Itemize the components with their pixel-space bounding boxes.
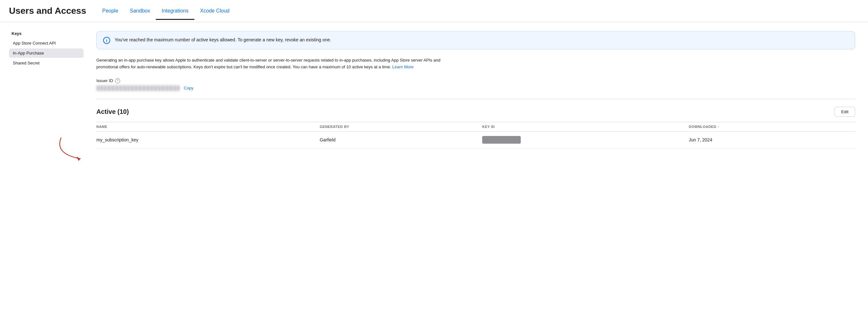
learn-more-link[interactable]: Learn More <box>392 65 413 69</box>
col-generated-by: GENERATED BY <box>320 122 482 131</box>
col-downloaded[interactable]: DOWNLOADED <box>689 122 855 131</box>
page-header: Users and Access People Sandbox Integrat… <box>0 0 868 22</box>
cell-generated-by: Garfield <box>320 131 482 148</box>
tab-integrations[interactable]: Integrations <box>156 8 194 20</box>
col-name: NAME <box>96 122 320 131</box>
edit-button[interactable]: Edit <box>835 107 855 117</box>
tab-sandbox[interactable]: Sandbox <box>124 8 156 20</box>
issuer-id-label: Issuer ID <box>96 78 113 83</box>
cell-name: my_subscription_key <box>96 131 320 148</box>
table-row: my_subscription_key Garfield Jun 7, 2024 <box>96 131 855 148</box>
description-text: Generating an in-app purchase key allows… <box>96 57 450 71</box>
info-banner-text: You've reached the maximum number of act… <box>115 37 331 43</box>
main-content: i You've reached the maximum number of a… <box>84 22 868 313</box>
header-tabs: People Sandbox Integrations Xcode Cloud <box>96 8 235 20</box>
issuer-id-value <box>96 85 180 91</box>
tab-xcode-cloud[interactable]: Xcode Cloud <box>194 8 236 20</box>
active-section-header: Active (10) Edit <box>96 107 855 117</box>
key-id-blurred <box>482 136 521 144</box>
keys-table: NAME GENERATED BY KEY ID DOWNLOADED my_s… <box>96 122 855 148</box>
issuer-id-help-icon[interactable]: ? <box>115 78 120 83</box>
sidebar-item-shared-secret[interactable]: Shared Secret <box>9 58 84 68</box>
sidebar-item-in-app-purchase[interactable]: In-App Purchase <box>9 48 84 58</box>
info-banner: i You've reached the maximum number of a… <box>96 31 855 49</box>
sidebar: Keys App Store Connect API In-App Purcha… <box>0 22 84 313</box>
sidebar-item-app-store-connect-api[interactable]: App Store Connect API <box>9 38 84 48</box>
issuer-id-section: Issuer ID ? Copy <box>96 78 855 99</box>
tab-people[interactable]: People <box>96 8 124 20</box>
cell-key-id <box>482 131 689 148</box>
cell-downloaded: Jun 7, 2024 <box>689 131 855 148</box>
page-layout: Keys App Store Connect API In-App Purcha… <box>0 22 868 313</box>
col-key-id: KEY ID <box>482 122 689 131</box>
page-title: Users and Access <box>9 6 86 22</box>
sidebar-section-title: Keys <box>9 31 84 36</box>
copy-issuer-id-link[interactable]: Copy <box>184 85 193 91</box>
info-icon: i <box>103 37 110 44</box>
active-keys-title: Active (10) <box>96 108 129 115</box>
